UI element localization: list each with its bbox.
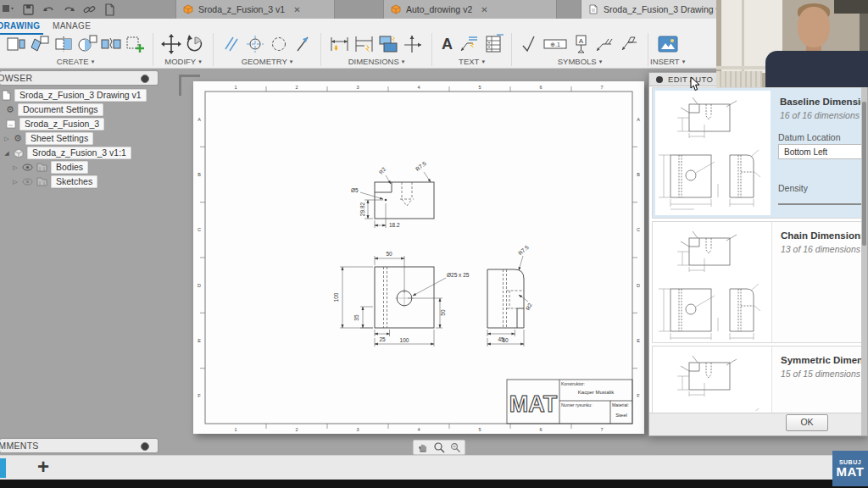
ribbon-separator [511,33,512,66]
weld-symbol-icon[interactable] [593,33,616,55]
group-label-text[interactable]: TEXT▾ [459,57,485,66]
dialog-scrollbar[interactable] [861,86,867,435]
edge-extension-icon[interactable] [292,33,314,55]
panel-toggle-icon[interactable] [141,75,149,83]
group-label-create[interactable]: CREATE▾ [57,57,94,66]
dimension-icon[interactable] [328,33,351,55]
ribbon-group-modify: MODIFY▾ [155,31,211,68]
datum-identifier-icon[interactable]: A [570,33,592,55]
app-menu-icon[interactable] [2,3,14,16]
eye-off-icon[interactable] [22,178,33,186]
insert-image-icon[interactable] [656,33,680,55]
chevron-down-icon: ▾ [92,58,95,65]
redo-icon[interactable] [63,3,75,16]
close-tab-icon[interactable]: ✕ [481,5,487,14]
svg-text:F: F [637,393,640,398]
ok-button[interactable]: OK [786,414,828,431]
document-tab-2[interactable]: Auto_drowing v2 ✕ [383,0,557,19]
base-view-icon[interactable] [5,33,27,55]
folder-icon [36,163,47,172]
browser-item-model-ref[interactable]: Sroda_z_Fusion_3 [0,117,158,131]
ribbon-group-create: CREATE▾ [0,31,151,68]
webcam-person-head [798,7,830,47]
section-view-icon[interactable] [53,33,75,55]
surface-finish-icon[interactable] [519,33,541,55]
save-icon[interactable] [22,3,35,16]
svg-text:F: F [198,393,201,398]
group-label-insert[interactable]: INSERT▾ [650,57,685,66]
text-tool-icon[interactable]: A [439,36,455,53]
mouse-cursor [690,76,702,92]
expand-arrow-icon[interactable]: ▷ [3,136,10,142]
gear-icon: ⚙ [14,134,22,143]
card-chain-dimensions[interactable]: Chain Dimensions 13 of 16 dimensions [652,221,863,343]
svg-text:3: 3 [356,85,359,90]
dim-label: Ø25 x 25 [447,272,470,278]
title-block-logo: MAT [509,391,558,417]
group-label-modify[interactable]: MODIFY▾ [164,57,201,66]
group-label-dimensions[interactable]: DIMENSIONS▾ [348,57,405,66]
ribbon-group-dimensions: DIMENSIONS▾ [323,31,430,68]
density-slider[interactable] [778,203,863,205]
svg-text:3: 3 [356,427,359,432]
move-icon[interactable] [160,33,182,55]
parallel-lines-icon[interactable] [220,33,242,55]
card-subtitle: 16 of 16 dimensions [780,110,860,120]
dim-label: Ø5 [351,187,359,193]
group-label-geometry[interactable]: GEOMETRY▾ [242,57,293,66]
webcam-video [716,0,868,87]
panel-toggle-icon[interactable] [141,442,149,451]
ribbon-separator [213,33,214,66]
feature-control-frame-icon[interactable]: ⊕.1 [542,33,568,55]
ordinate-dimension-icon[interactable] [402,33,425,55]
zoom-icon[interactable] [433,441,445,453]
datum-location-select[interactable]: Bottom Left [778,144,863,159]
document-tab-1[interactable]: Sroda_z_Fusion_3 v1 ✕ [175,0,335,19]
browser-item-document-settings[interactable]: ⚙ Document Settings [0,103,158,117]
browser-item-bodies[interactable]: ▷ Bodies [0,160,158,175]
quick-access-toolbar [2,2,116,17]
surface-texture-icon[interactable] [618,33,641,55]
eye-icon[interactable] [22,164,33,171]
svg-text:5: 5 [478,85,481,90]
pan-hand-icon[interactable] [417,441,429,453]
auto-dimension-icon[interactable] [377,33,400,55]
card-title: Baseline Dimensions [780,97,863,107]
dim-label: 100 [400,337,409,343]
browser-item-sketches[interactable]: ▷ Sketches [0,175,158,189]
scrollbar-thumb[interactable] [862,102,866,246]
dim-label: 50 [386,251,392,257]
browser-item-drawing-root[interactable]: Sroda_z_Fusion_3 Drawing v1 [0,88,158,103]
export-icon[interactable] [103,3,116,16]
browser-item-component[interactable]: ◢ Sroda_z_Fusion_3 v1:1 [0,146,158,160]
document-tab-label: Auto_drowing v2 [406,4,472,14]
baseline-dimension-icon[interactable] [353,33,376,55]
dim-label: 35 [353,314,359,321]
link-icon[interactable] [83,3,96,16]
collapse-arrow-icon[interactable]: ◢ [3,150,10,157]
close-tab-icon[interactable]: ✕ [293,5,300,14]
cube-icon [14,148,24,158]
drawing-sheet-icon [588,4,598,14]
browser-item-sheet-settings[interactable]: ▷ ⚙ Sheet Settings [0,131,158,146]
rotate-icon[interactable] [184,33,206,55]
expand-arrow-icon[interactable]: ▷ [12,164,19,171]
add-sheet-button[interactable]: + [37,456,49,478]
detail-view-icon[interactable] [76,33,98,55]
active-sheet-tab[interactable] [0,458,6,478]
center-mark-icon[interactable] [244,33,266,55]
group-label-symbols[interactable]: SYMBOLS▾ [558,57,602,66]
projected-view-icon[interactable] [29,33,51,55]
break-view-icon[interactable] [100,33,122,55]
leader-text-icon[interactable] [457,33,480,55]
table-icon[interactable] [481,33,504,55]
card-baseline-dimensions[interactable]: Baseline Dimensions 16 of 16 dimensions … [652,87,863,219]
svg-text:1: 1 [234,427,236,432]
zoom-window-icon[interactable] [449,441,461,453]
drawing-sheet[interactable]: AB CD EF AB CD EF 12 34 56 7 12 34 56 7 [193,81,644,434]
undo-icon[interactable] [42,3,55,16]
create-sketch-icon[interactable] [124,33,146,55]
card-symmetric-dimensions[interactable]: Symmetric Dimensions 15 of 15 dimensions [652,346,863,414]
expand-arrow-icon[interactable]: ▷ [12,179,19,186]
centerline-icon[interactable] [268,33,290,55]
